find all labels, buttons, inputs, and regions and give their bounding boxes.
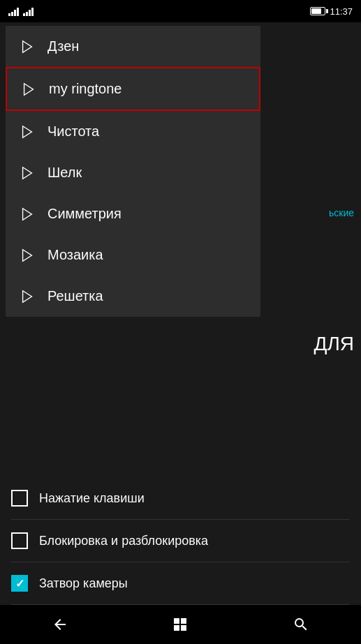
- battery-fill: [311, 8, 321, 14]
- dropdown-item-dzen[interactable]: Дзен: [6, 26, 260, 67]
- back-icon: [52, 616, 68, 633]
- bar1: [8, 13, 10, 16]
- checkmark-camera: ✓: [15, 577, 24, 590]
- item-label-chistota: Чистота: [47, 123, 99, 140]
- status-bar: 11:37: [0, 0, 361, 22]
- home-icon: [172, 616, 189, 633]
- svg-marker-4: [23, 208, 32, 220]
- checkbox-keystroke[interactable]: [11, 490, 28, 507]
- checkboxes-section: Нажатие клавишиБлокировка и разблокировк…: [0, 477, 361, 605]
- back-button[interactable]: [39, 605, 81, 644]
- play-icon-mozaika: [20, 248, 35, 263]
- checkbox-camera[interactable]: ✓: [11, 575, 28, 592]
- main-content: ьские ДЛЯ Дзенmy ringtoneЧистотаШелкСимм…: [0, 22, 361, 605]
- dropdown-item-shelk[interactable]: Шелк: [6, 152, 260, 193]
- svg-marker-5: [23, 249, 32, 261]
- dropdown-item-my-ringtone[interactable]: my ringtone: [6, 67, 260, 111]
- checkbox-row-keystroke[interactable]: Нажатие клавиши: [11, 477, 350, 520]
- item-label-my-ringtone: my ringtone: [49, 81, 122, 97]
- bar2: [11, 12, 13, 16]
- checkbox-label-lock-unlock: Блокировка и разблокировка: [39, 534, 208, 548]
- bar7: [29, 10, 31, 16]
- dropdown-item-simmetriya[interactable]: Симметрия: [6, 193, 260, 234]
- item-label-reshetka: Решетка: [47, 288, 103, 304]
- checkbox-row-lock-unlock[interactable]: Блокировка и разблокировка: [11, 520, 350, 562]
- battery-icon: [310, 7, 325, 15]
- svg-marker-2: [23, 126, 32, 137]
- svg-marker-0: [23, 40, 32, 52]
- nav-bar: [0, 605, 361, 644]
- item-label-mozaika: Мозаика: [47, 247, 103, 263]
- play-icon-reshetka: [20, 289, 35, 304]
- checkbox-lock-unlock[interactable]: [11, 532, 28, 549]
- svg-marker-6: [23, 290, 32, 302]
- dropdown-item-mozaika[interactable]: Мозаика: [6, 234, 260, 276]
- bar6: [26, 12, 28, 16]
- play-icon-dzen: [20, 39, 35, 54]
- clock: 11:37: [330, 6, 353, 17]
- status-right: 11:37: [310, 6, 353, 17]
- bar8: [31, 8, 34, 16]
- item-label-simmetriya: Симметрия: [47, 206, 121, 222]
- checkbox-label-keystroke: Нажатие клавиши: [39, 491, 145, 506]
- status-left: [8, 6, 34, 16]
- play-icon-shelk: [20, 165, 35, 181]
- item-label-dzen: Дзен: [47, 38, 79, 54]
- dropdown-item-chistota[interactable]: Чистота: [6, 111, 260, 152]
- svg-marker-1: [24, 83, 34, 95]
- search-button[interactable]: [280, 605, 322, 644]
- bar3: [14, 10, 16, 16]
- item-label-shelk: Шелк: [47, 165, 82, 181]
- play-icon-my-ringtone: [21, 82, 36, 97]
- dropdown-item-reshetka[interactable]: Решетка: [6, 276, 260, 317]
- signal-bars-2: [23, 6, 34, 16]
- bg-text-partial: ьские: [329, 207, 354, 218]
- bg-text-dlya: ДЛЯ: [314, 333, 354, 355]
- checkbox-label-camera: Затвор камеры: [39, 576, 128, 591]
- svg-marker-3: [23, 167, 32, 179]
- signal-bars-1: [8, 6, 19, 16]
- home-button[interactable]: [159, 605, 201, 644]
- play-icon-chistota: [20, 124, 35, 140]
- play-icon-simmetriya: [20, 207, 35, 222]
- bar4: [17, 8, 19, 16]
- search-icon: [293, 616, 309, 633]
- checkbox-row-camera[interactable]: ✓Затвор камеры: [11, 562, 350, 605]
- ringtone-dropdown: Дзенmy ringtoneЧистотаШелкСимметрияМозаи…: [6, 26, 260, 317]
- bar5: [23, 13, 25, 16]
